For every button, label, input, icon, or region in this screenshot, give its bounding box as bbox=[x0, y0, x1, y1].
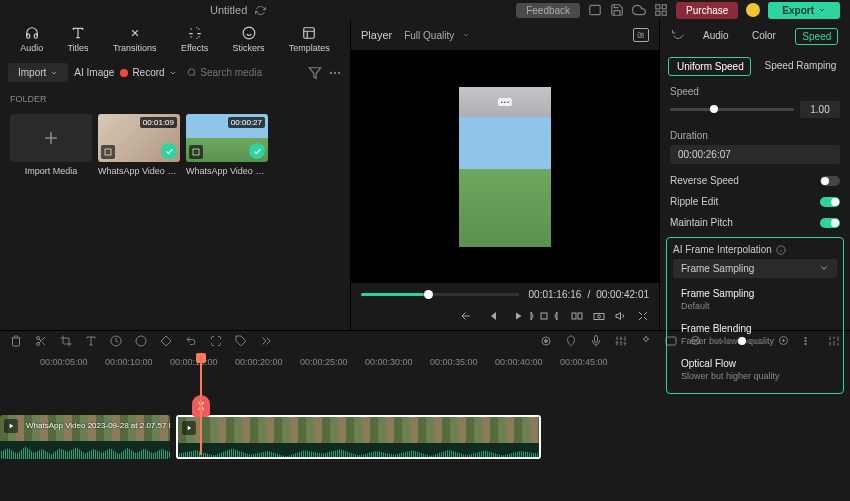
tab-speed[interactable]: Speed bbox=[795, 28, 838, 45]
record-dot-icon bbox=[120, 69, 128, 77]
compare-icon[interactable] bbox=[571, 310, 583, 322]
tab-effects[interactable]: Effects bbox=[175, 24, 214, 55]
ripple-toggle[interactable] bbox=[820, 197, 840, 207]
mark-in-icon[interactable] bbox=[527, 310, 539, 322]
fullscreen-icon[interactable] bbox=[637, 310, 649, 322]
tab-audio-right[interactable]: Audio bbox=[699, 28, 733, 45]
pitch-toggle[interactable] bbox=[820, 218, 840, 228]
cut-icon[interactable] bbox=[35, 335, 47, 347]
grid-icon[interactable] bbox=[654, 3, 668, 17]
svg-rect-2 bbox=[662, 5, 666, 9]
player-label: Player bbox=[361, 29, 392, 41]
prev-frame-icon[interactable] bbox=[460, 310, 472, 322]
svg-rect-12 bbox=[193, 149, 199, 155]
uniform-speed-tab[interactable]: Uniform Speed bbox=[668, 57, 751, 76]
video-viewport[interactable]: • • • bbox=[351, 50, 659, 283]
tab-color[interactable]: Color bbox=[748, 28, 780, 45]
playhead[interactable] bbox=[200, 355, 202, 455]
keyframe-icon[interactable] bbox=[160, 335, 172, 347]
filter-icon[interactable] bbox=[308, 66, 322, 80]
capture-icon[interactable] bbox=[593, 310, 605, 322]
mark-out-icon[interactable] bbox=[549, 310, 561, 322]
ai-tl-icon[interactable] bbox=[640, 335, 652, 347]
clip-1[interactable]: WhatsApp Video 2023-09-28 at 2.07.57 PM bbox=[0, 415, 170, 459]
media-item[interactable]: 00:00:27 WhatsApp Video 202… bbox=[186, 114, 268, 176]
feedback-button[interactable]: Feedback bbox=[516, 3, 580, 18]
tab-stickers[interactable]: Stickers bbox=[227, 24, 271, 55]
track-area[interactable]: 00:00:05:00 00:00:10:00 00:00:15:00 00:0… bbox=[0, 355, 850, 475]
duration-value[interactable]: 00:00:26:07 bbox=[670, 145, 840, 164]
step-back-icon[interactable] bbox=[486, 310, 498, 322]
mic-icon[interactable] bbox=[590, 335, 602, 347]
expand-icon[interactable] bbox=[210, 335, 222, 347]
speed-label: Speed bbox=[670, 86, 840, 97]
more-icon[interactable] bbox=[328, 66, 342, 80]
info-icon[interactable] bbox=[776, 245, 786, 255]
crop-icon[interactable] bbox=[60, 335, 72, 347]
chevron-down-icon bbox=[169, 69, 177, 77]
tab-titles[interactable]: Titles bbox=[61, 24, 94, 55]
quality-dropdown[interactable]: Full Quality bbox=[404, 30, 470, 41]
folder-label: FOLDER bbox=[0, 88, 350, 110]
tab-transitions[interactable]: Transitions bbox=[107, 24, 163, 55]
delete-icon[interactable] bbox=[10, 335, 22, 347]
refresh-icon[interactable] bbox=[255, 5, 266, 16]
export-button[interactable]: Export bbox=[768, 2, 840, 19]
duration-badge: 00:00:27 bbox=[228, 117, 265, 128]
project-title: Untitled bbox=[210, 4, 247, 16]
chevron-down-icon bbox=[819, 263, 829, 273]
cloud-icon[interactable] bbox=[632, 3, 646, 17]
duration-badge: 00:01:09 bbox=[140, 117, 177, 128]
tag-icon[interactable] bbox=[235, 335, 247, 347]
clip-2[interactable] bbox=[176, 415, 541, 459]
time-ruler[interactable]: 00:00:05:00 00:00:10:00 00:00:15:00 00:0… bbox=[0, 355, 850, 369]
settings-tl-icon[interactable] bbox=[828, 335, 840, 347]
scrubber[interactable] bbox=[361, 293, 519, 296]
svg-point-23 bbox=[136, 336, 146, 346]
text-icon[interactable] bbox=[85, 335, 97, 347]
refresh-right-icon[interactable] bbox=[672, 28, 684, 40]
record-tl-icon[interactable] bbox=[540, 335, 552, 347]
svg-point-7 bbox=[188, 69, 194, 75]
video-frame: • • • bbox=[459, 87, 551, 247]
media-item[interactable]: 00:01:09 WhatsApp Video 202… bbox=[98, 114, 180, 176]
speed-ramping-tab[interactable]: Speed Ramping bbox=[757, 57, 842, 76]
zoom-in-icon[interactable] bbox=[778, 335, 790, 347]
import-media-card[interactable]: Import Media bbox=[10, 114, 92, 176]
reverse-toggle[interactable] bbox=[820, 176, 840, 186]
select-icon bbox=[101, 145, 115, 159]
save-icon[interactable] bbox=[610, 3, 624, 17]
avatar[interactable] bbox=[746, 3, 760, 17]
film-icon[interactable] bbox=[665, 335, 677, 347]
purchase-button[interactable]: Purchase bbox=[676, 2, 738, 19]
tab-templates[interactable]: Templates bbox=[283, 24, 336, 55]
snapshot-icon[interactable] bbox=[633, 28, 649, 42]
dd-frame-sampling[interactable]: Frame SamplingDefault bbox=[673, 282, 837, 317]
svg-rect-26 bbox=[666, 337, 676, 345]
tab-audio[interactable]: Audio bbox=[14, 24, 49, 55]
import-button[interactable]: Import bbox=[8, 63, 68, 82]
zoom-out-icon[interactable] bbox=[690, 335, 702, 347]
svg-point-5 bbox=[243, 27, 255, 39]
search-input[interactable] bbox=[200, 67, 298, 78]
svg-point-9 bbox=[334, 71, 336, 73]
speed-timeline-icon[interactable] bbox=[110, 335, 122, 347]
list-view-icon[interactable] bbox=[803, 335, 815, 347]
undo-icon[interactable] bbox=[185, 335, 197, 347]
play-icon[interactable] bbox=[512, 310, 524, 322]
zoom-slider[interactable] bbox=[715, 340, 765, 343]
interpolation-dropdown[interactable]: Frame Sampling bbox=[673, 259, 837, 278]
window-icon[interactable] bbox=[588, 3, 602, 17]
marker-tl-icon[interactable] bbox=[565, 335, 577, 347]
ai-image-button[interactable]: AI Image bbox=[74, 67, 114, 78]
color-icon[interactable] bbox=[135, 335, 147, 347]
speed-value[interactable]: 1.00 bbox=[800, 101, 840, 118]
svg-rect-15 bbox=[572, 313, 576, 319]
volume-icon[interactable] bbox=[615, 310, 627, 322]
mixer-icon[interactable] bbox=[615, 335, 627, 347]
svg-point-25 bbox=[545, 340, 548, 343]
svg-point-13 bbox=[640, 34, 642, 36]
more-timeline-icon[interactable] bbox=[260, 335, 272, 347]
speed-slider[interactable] bbox=[670, 108, 794, 111]
record-button[interactable]: Record bbox=[120, 67, 176, 78]
